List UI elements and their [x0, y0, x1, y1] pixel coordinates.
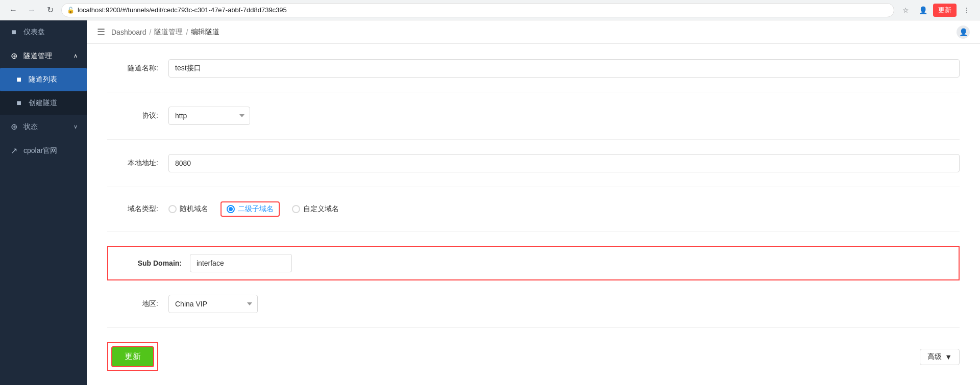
breadcrumb-current: 编辑隧道 [191, 28, 219, 37]
update-button[interactable]: 更新 [111, 346, 154, 367]
radio-secondary-domain[interactable]: 二级子域名 [220, 201, 280, 217]
advanced-chevron-icon: ▼ [945, 353, 952, 361]
protocol-control: http https tcp udp [168, 107, 960, 125]
chevron-up-icon: ∧ [74, 53, 78, 59]
sidebar-item-label-tunnel: 隧道管理 [23, 52, 52, 61]
radio-label-custom: 自定义域名 [303, 204, 339, 214]
action-row: 更新 高级 ▼ [107, 342, 960, 371]
action-right: 高级 ▼ [920, 349, 960, 365]
region-label: 地区: [107, 299, 168, 309]
domain-type-control: 随机域名 二级子域名 自定义域名 [168, 201, 960, 217]
radio-label-secondary: 二级子域名 [238, 204, 274, 214]
local-address-input[interactable] [168, 154, 960, 172]
local-address-label: 本地地址: [107, 159, 168, 168]
subdomain-label: Sub Domain: [108, 259, 190, 267]
top-nav: ☰ Dashboard / 隧道管理 / 编辑隧道 👤 [87, 20, 980, 44]
sidebar-item-label-cpolar: cpolar官网 [23, 146, 57, 156]
radio-random-domain[interactable]: 随机域名 [168, 204, 208, 214]
domain-type-label: 域名类型: [107, 204, 168, 214]
protocol-label: 协议: [107, 111, 168, 120]
tunnel-list-icon: ■ [14, 75, 23, 84]
lock-icon: 🔓 [67, 7, 75, 14]
user-avatar[interactable]: 👤 [957, 25, 970, 39]
sidebar-item-cpolar[interactable]: ↗ cpolar官网 [0, 139, 87, 163]
sidebar-item-tunnel-list[interactable]: ■ 隧道列表 [0, 68, 87, 91]
sidebar-item-label-dashboard: 仪表盘 [23, 28, 45, 37]
status-icon: ⊕ [9, 122, 18, 132]
more-button[interactable]: ⋮ [960, 3, 974, 17]
bookmark-button[interactable]: ☆ [898, 3, 913, 17]
sidebar-item-status[interactable]: ⊕ 状态 ∨ [0, 115, 87, 139]
sidebar-item-tunnel-mgmt[interactable]: ⊕ 隧道管理 ∧ [0, 44, 87, 68]
radio-custom-domain[interactable]: 自定义域名 [292, 204, 339, 214]
radio-label-random: 随机域名 [180, 204, 208, 214]
radio-group-domain: 随机域名 二级子域名 自定义域名 [168, 201, 960, 217]
avatar-icon: 👤 [959, 28, 968, 36]
main-content: 隧道名称: 协议: http https tcp udp [87, 44, 980, 385]
url-text: localhost:9200/#/tunnels/edit/cedc793c-c… [78, 6, 889, 14]
sidebar: ■ 仪表盘 ⊕ 隧道管理 ∧ ■ 隧道列表 ■ 创建隧道 ⊕ 状态 ∨ ↗ cp… [0, 20, 87, 385]
reload-button[interactable]: ↻ [43, 3, 57, 17]
tunnel-name-input[interactable] [168, 59, 960, 78]
local-address-control [168, 154, 960, 172]
profile-button[interactable]: 👤 [916, 3, 930, 17]
region-select[interactable]: China VIP China US [168, 295, 258, 313]
tunnel-mgmt-icon: ⊕ [9, 51, 18, 61]
sidebar-item-label-status: 状态 [23, 122, 38, 132]
advanced-label: 高级 [927, 352, 942, 362]
address-bar[interactable]: 🔓 localhost:9200/#/tunnels/edit/cedc793c… [61, 3, 894, 17]
back-button[interactable]: ← [6, 3, 20, 17]
app-layout: ■ 仪表盘 ⊕ 隧道管理 ∧ ■ 隧道列表 ■ 创建隧道 ⊕ 状态 ∨ ↗ cp… [0, 20, 980, 385]
sidebar-item-label-create-tunnel: 创建隧道 [29, 98, 57, 108]
chevron-down-status-icon: ∨ [74, 123, 78, 130]
breadcrumb: Dashboard / 隧道管理 / 编辑隧道 [111, 28, 219, 37]
region-control: China VIP China US [168, 295, 960, 313]
menu-icon[interactable]: ☰ [97, 27, 105, 38]
local-address-row: 本地地址: [107, 154, 960, 187]
breadcrumb-sep-2: / [186, 28, 188, 36]
sidebar-item-dashboard[interactable]: ■ 仪表盘 [0, 20, 87, 44]
radio-dot-custom [292, 205, 300, 213]
create-tunnel-icon: ■ [14, 98, 23, 108]
tunnel-name-control [168, 59, 960, 78]
sidebar-item-label-tunnel-list: 隧道列表 [29, 75, 57, 84]
domain-type-row: 域名类型: 随机域名 二级子域名 自定义域名 [107, 201, 960, 232]
update-btn-wrapper: 更新 [107, 342, 158, 371]
breadcrumb-sep-1: / [150, 28, 152, 36]
forward-button[interactable]: → [24, 3, 39, 17]
radio-dot-random [168, 205, 177, 213]
subdomain-input[interactable] [190, 254, 292, 272]
advanced-button[interactable]: 高级 ▼ [920, 349, 960, 365]
breadcrumb-tunnel-mgmt[interactable]: 隧道管理 [154, 28, 183, 37]
sidebar-item-create-tunnel[interactable]: ■ 创建隧道 [0, 91, 87, 115]
cpolar-icon: ↗ [9, 146, 18, 156]
chrome-update-button[interactable]: 更新 [933, 4, 957, 17]
subdomain-row: Sub Domain: [107, 246, 960, 280]
browser-actions: ☆ 👤 更新 ⋮ [898, 3, 974, 17]
region-row: 地区: China VIP China US [107, 295, 960, 328]
tunnel-name-label: 隧道名称: [107, 64, 168, 73]
radio-dot-secondary [227, 205, 235, 213]
breadcrumb-dashboard[interactable]: Dashboard [111, 28, 146, 36]
dashboard-icon: ■ [9, 28, 18, 37]
protocol-select[interactable]: http https tcp udp [168, 107, 250, 125]
browser-chrome: ← → ↻ 🔓 localhost:9200/#/tunnels/edit/ce… [0, 0, 980, 20]
sidebar-submenu: ■ 隧道列表 ■ 创建隧道 [0, 68, 87, 115]
protocol-row: 协议: http https tcp udp [107, 107, 960, 140]
tunnel-name-row: 隧道名称: [107, 59, 960, 92]
